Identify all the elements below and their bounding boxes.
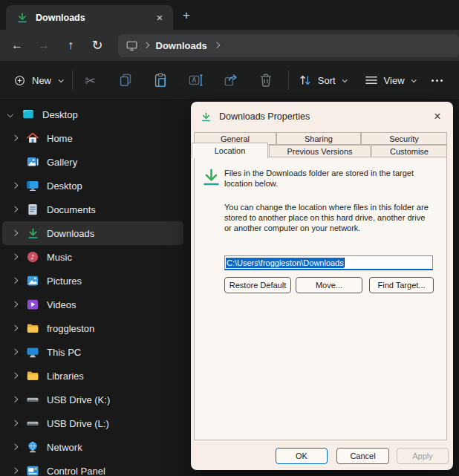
tab-security[interactable]: Security bbox=[361, 132, 447, 145]
download-icon bbox=[23, 227, 42, 240]
sidebar-item-label: Libraries bbox=[47, 371, 84, 382]
sidebar-item-label: Gallery bbox=[47, 157, 77, 168]
sidebar-item-desktop-root[interactable]: Desktop bbox=[2, 102, 183, 126]
chevron-right-icon[interactable] bbox=[12, 325, 18, 331]
sidebar-item-desktop[interactable]: Desktop bbox=[2, 174, 183, 198]
sort-button[interactable]: Sort bbox=[289, 67, 355, 94]
navigation-pane: Desktop Home bbox=[0, 101, 186, 476]
chevron-right-icon[interactable] bbox=[12, 230, 18, 236]
folder-icon bbox=[23, 369, 42, 382]
chevron-right-icon[interactable] bbox=[12, 183, 18, 189]
new-button[interactable]: New bbox=[4, 67, 72, 94]
chevron-right-icon[interactable] bbox=[12, 135, 18, 141]
sidebar-item-label: Music bbox=[47, 252, 72, 263]
chevron-right-icon[interactable] bbox=[12, 468, 18, 474]
sidebar-item-froggleston[interactable]: froggleston bbox=[2, 316, 183, 340]
cancel-button[interactable]: Cancel bbox=[336, 448, 389, 464]
svg-text:♪: ♪ bbox=[30, 253, 35, 261]
chevron-right-icon[interactable] bbox=[12, 444, 18, 450]
sidebar-item-network[interactable]: Network bbox=[2, 435, 183, 459]
sidebar-item-pictures[interactable]: Pictures bbox=[2, 269, 183, 293]
dialog-close-icon[interactable]: × bbox=[429, 108, 446, 125]
circle-plus-icon bbox=[13, 74, 26, 87]
copy-button[interactable] bbox=[108, 67, 143, 94]
scissors-icon: ✂ bbox=[85, 73, 96, 88]
breadcrumb-chevron-icon bbox=[143, 42, 149, 48]
download-icon bbox=[201, 168, 221, 188]
ok-button[interactable]: OK bbox=[276, 448, 328, 464]
sidebar-item-label: Downloads bbox=[47, 228, 94, 239]
paste-icon bbox=[152, 72, 169, 88]
up-button[interactable]: ↑ bbox=[57, 33, 84, 58]
target-path-input[interactable]: C:\Users\froggleston\Downloads bbox=[224, 255, 433, 270]
sort-button-label: Sort bbox=[318, 75, 336, 86]
delete-button[interactable] bbox=[248, 67, 283, 94]
usb-drive-icon bbox=[23, 393, 42, 406]
this-pc-icon bbox=[23, 345, 42, 359]
explorer-tab-downloads[interactable]: Downloads × bbox=[6, 5, 173, 30]
tab-close-icon[interactable]: × bbox=[151, 9, 169, 27]
address-bar[interactable]: Downloads bbox=[118, 34, 459, 57]
location-intro-text: Files in the Downloads folder are stored… bbox=[224, 168, 426, 189]
cut-button[interactable]: ✂ bbox=[73, 67, 108, 94]
sidebar-item-label: Documents bbox=[47, 204, 96, 215]
sidebar-item-label: froggleston bbox=[47, 323, 94, 334]
new-tab-button[interactable]: + bbox=[177, 7, 196, 25]
sidebar-item-videos[interactable]: Videos bbox=[2, 293, 183, 316]
paste-button[interactable] bbox=[143, 67, 178, 94]
chevron-right-icon[interactable] bbox=[12, 420, 18, 426]
view-button[interactable]: View bbox=[355, 67, 424, 94]
breadcrumb-downloads[interactable]: Downloads bbox=[156, 40, 207, 51]
share-button[interactable] bbox=[213, 67, 248, 94]
sidebar-item-downloads[interactable]: Downloads bbox=[2, 221, 183, 245]
chevron-down-icon bbox=[411, 77, 416, 82]
move-button[interactable]: Move... bbox=[296, 277, 362, 293]
sidebar-item-usb-l[interactable]: USB Drive (L:) bbox=[2, 411, 183, 435]
download-icon bbox=[16, 12, 28, 24]
sidebar-item-label: USB Drive (K:) bbox=[47, 394, 110, 405]
sidebar-item-label: Pictures bbox=[47, 276, 82, 287]
sidebar-item-music[interactable]: ♪ Music bbox=[2, 245, 183, 269]
videos-icon bbox=[23, 298, 42, 311]
svg-text:A: A bbox=[192, 76, 196, 84]
pictures-icon bbox=[23, 274, 42, 287]
apply-button: Apply bbox=[397, 448, 449, 464]
share-icon bbox=[223, 72, 239, 88]
sidebar-item-label: Videos bbox=[47, 299, 76, 310]
sidebar-item-label: Network bbox=[47, 442, 82, 453]
chevron-right-icon[interactable] bbox=[12, 349, 18, 355]
more-options-button[interactable] bbox=[424, 67, 450, 94]
sidebar-item-documents[interactable]: Documents bbox=[2, 198, 183, 221]
tab-sharing[interactable]: Sharing bbox=[276, 132, 361, 145]
chevron-right-icon[interactable] bbox=[12, 206, 18, 212]
chevron-right-icon[interactable] bbox=[12, 254, 18, 260]
location-description-text: You can change the location where files … bbox=[224, 202, 434, 233]
chevron-right-icon[interactable] bbox=[12, 301, 18, 307]
chevron-right-icon[interactable] bbox=[12, 397, 18, 402]
sidebar-item-libraries[interactable]: Libraries bbox=[2, 364, 183, 388]
find-target-button[interactable]: Find Target... bbox=[369, 277, 434, 293]
sidebar-item-control-panel[interactable]: Control Panel bbox=[2, 459, 183, 476]
sidebar-item-home[interactable]: Home bbox=[2, 126, 183, 150]
location-tab-panel: Files in the Downloads folder are stored… bbox=[194, 157, 447, 440]
sidebar-item-this-pc[interactable]: This PC bbox=[2, 340, 183, 364]
file-explorer-window: Downloads × + ← → ↑ ↻ Downloads bbox=[0, 0, 459, 476]
chevron-right-icon[interactable] bbox=[12, 278, 18, 284]
back-button[interactable]: ← bbox=[4, 33, 30, 58]
desktop-pin-icon bbox=[19, 108, 38, 121]
chevron-right-icon[interactable] bbox=[12, 373, 18, 379]
refresh-button[interactable]: ↻ bbox=[84, 33, 111, 58]
rename-icon: A bbox=[188, 72, 204, 88]
restore-default-button[interactable]: Restore Default bbox=[224, 277, 291, 293]
music-icon: ♪ bbox=[23, 250, 42, 264]
rename-button[interactable]: A bbox=[178, 67, 213, 94]
view-button-label: View bbox=[384, 75, 405, 86]
sidebar-item-gallery[interactable]: Gallery bbox=[2, 150, 183, 174]
folder-icon bbox=[23, 322, 42, 335]
chevron-down-icon[interactable] bbox=[7, 111, 13, 117]
tab-customise[interactable]: Customise bbox=[371, 145, 447, 157]
breadcrumb-chevron-icon bbox=[214, 42, 220, 48]
tab-location[interactable]: Location bbox=[192, 143, 268, 158]
tab-previous-versions[interactable]: Previous Versions bbox=[269, 145, 371, 157]
sidebar-item-usb-k[interactable]: USB Drive (K:) bbox=[2, 388, 183, 411]
